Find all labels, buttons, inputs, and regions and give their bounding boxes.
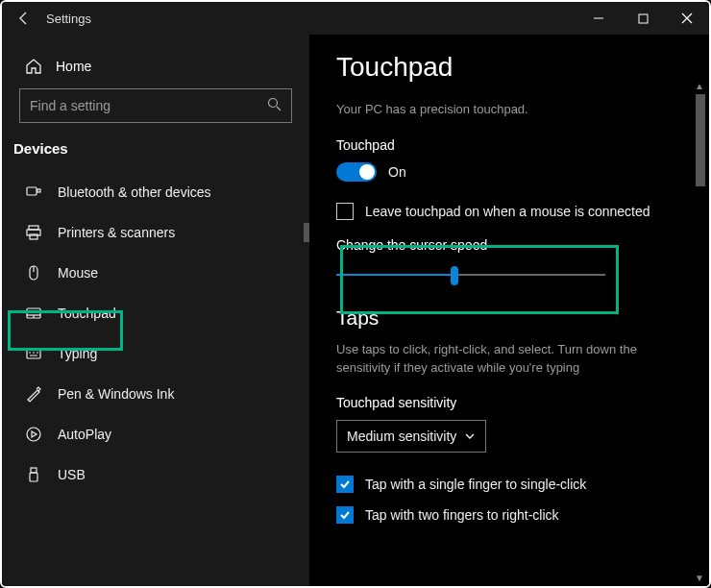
maximize-button[interactable] [621,2,665,35]
sidebar-item-typing[interactable]: Typing [2,333,309,374]
sidebar-item-mouse[interactable]: Mouse [2,253,309,293]
tap-single-label: Tap with a single finger to single-click [365,477,586,492]
touchpad-toggle-state: On [388,164,406,180]
printer-icon [25,224,42,241]
sidebar-item-pen[interactable]: Pen & Windows Ink [2,374,309,414]
category-header: Devices [2,140,309,172]
svg-rect-5 [37,189,40,192]
tap-two-checkbox[interactable] [336,506,354,524]
svg-rect-6 [29,226,38,230]
scroll-up-icon[interactable]: ▲ [694,81,705,92]
back-button[interactable] [10,4,38,33]
sidebar: Home Devices Bluetooth & other devices [2,35,309,586]
sidebar-item-label: Bluetooth & other devices [58,184,211,200]
search-box[interactable] [19,88,292,123]
svg-point-2 [269,98,278,107]
precision-text: Your PC has a precision touchpad. [336,102,682,116]
content-scrollbar[interactable] [696,94,705,186]
leave-touchpad-checkbox[interactable] [336,203,354,220]
content-pane: Touchpad Your PC has a precision touchpa… [309,35,709,586]
home-nav[interactable]: Home [2,48,309,88]
typing-icon [25,345,42,362]
sidebar-item-usb[interactable]: USB [2,454,309,495]
svg-rect-1 [639,14,648,23]
page-title: Touchpad [336,52,682,83]
mouse-icon [25,264,42,282]
sidebar-item-bluetooth[interactable]: Bluetooth & other devices [2,172,309,212]
sensitivity-dropdown[interactable]: Medium sensitivity [336,420,486,453]
autoplay-icon [25,426,42,443]
bluetooth-icon [25,184,42,201]
scroll-down-icon[interactable]: ▼ [694,573,705,584]
svg-rect-20 [31,468,37,473]
home-label: Home [56,59,91,74]
cursor-speed-block: Change the cursor speed [336,237,682,287]
usb-icon [25,466,42,483]
taps-heading: Taps [336,306,682,330]
taps-description: Use taps to click, right-click, and sele… [336,341,644,378]
cursor-speed-label: Change the cursor speed [336,237,682,253]
touchpad-icon [25,305,42,322]
pen-icon [25,385,42,403]
svg-point-19 [27,428,40,441]
settings-window: Settings Home [0,0,711,588]
chevron-down-icon [464,430,476,442]
sidebar-item-touchpad[interactable]: Touchpad [2,293,309,333]
leave-touchpad-label: Leave touchpad on when a mouse is connec… [365,204,650,219]
sidebar-nav: Bluetooth & other devices Printers & sca… [2,172,309,495]
sidebar-item-label: Touchpad [58,306,116,321]
tap-single-checkbox[interactable] [336,476,354,493]
sensitivity-label: Touchpad sensitivity [336,395,682,410]
svg-rect-4 [27,187,37,195]
search-input[interactable] [30,98,267,113]
search-icon [267,97,282,115]
sidebar-item-autoplay[interactable]: AutoPlay [2,414,309,454]
app-title: Settings [46,12,91,26]
sidebar-item-label: Pen & Windows Ink [58,386,174,402]
svg-rect-21 [30,473,37,481]
sidebar-item-label: Typing [58,346,97,361]
sidebar-item-printers[interactable]: Printers & scanners [2,212,309,253]
minimize-button[interactable] [576,2,621,35]
sensitivity-value: Medium sensitivity [347,429,456,444]
sidebar-item-label: USB [58,467,86,482]
sidebar-item-label: Printers & scanners [58,225,175,240]
sidebar-item-label: AutoPlay [58,427,111,442]
tap-two-label: Tap with two fingers to right-click [365,507,559,523]
svg-rect-14 [27,350,40,358]
cursor-speed-slider[interactable] [336,264,605,287]
window-controls [576,2,709,35]
close-button[interactable] [665,2,709,35]
svg-line-3 [277,107,281,110]
touchpad-toggle[interactable] [336,162,377,182]
touchpad-section-label: Touchpad [336,137,682,153]
titlebar: Settings [2,2,709,35]
sidebar-item-label: Mouse [58,265,98,281]
home-icon [25,58,42,75]
